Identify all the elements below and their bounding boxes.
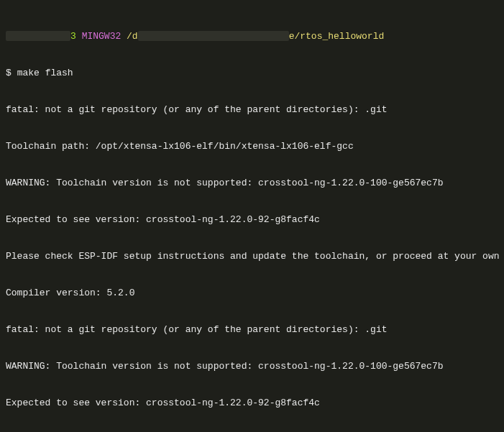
output-line: WARNING: Toolchain version is not suppor… [6, 177, 498, 189]
output-line: fatal: not a git repository (or any of t… [6, 323, 498, 336]
user-host: 3 [6, 31, 76, 42]
command-line: $ make flash [6, 67, 498, 79]
cwd-path: /de/rtos_helloworld [127, 31, 384, 42]
output-line: Expected to see version: crosstool-ng-1.… [6, 213, 498, 226]
output-line: Expected to see version: crosstool-ng-1.… [6, 397, 498, 409]
output-line: Toolchain path: /opt/xtensa-lx106-elf/bi… [6, 140, 498, 152]
redacted-user [6, 31, 70, 41]
prompt-symbol: $ [6, 68, 12, 78]
output-line: fatal: not a git repository (or any of t… [6, 104, 498, 116]
shell-env: MINGW32 [82, 31, 122, 42]
command-text: make flash [17, 68, 73, 78]
redacted-path [138, 31, 289, 41]
terminal-window[interactable]: 3 MINGW32 /de/rtos_helloworld $ make fla… [0, 0, 504, 432]
output-line: WARNING: Toolchain version is not suppor… [6, 360, 498, 372]
output-line: Compiler version: 5.2.0 [6, 287, 498, 299]
output-line: Please check ESP-IDF setup instructions … [6, 250, 498, 262]
prompt-line: 3 MINGW32 /de/rtos_helloworld [6, 30, 498, 42]
